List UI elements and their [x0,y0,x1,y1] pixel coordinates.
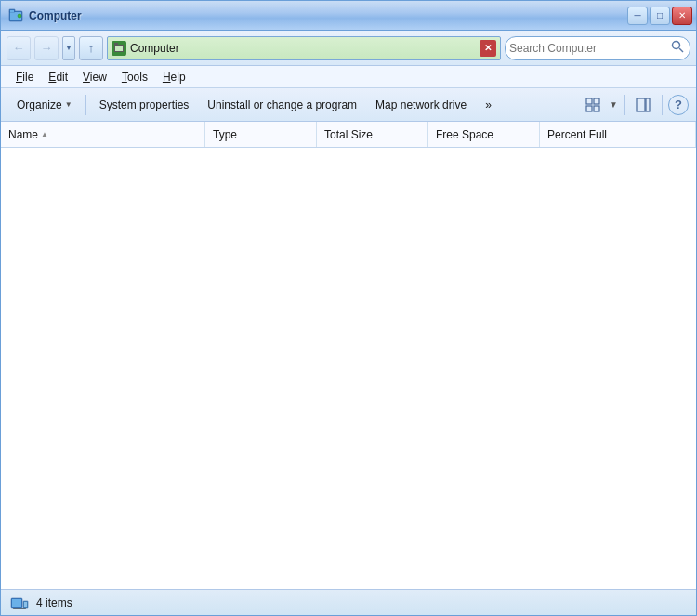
svg-rect-15 [646,98,650,111]
address-box: ✕ [107,36,501,60]
title-bar-left: Computer [8,8,82,23]
more-button[interactable]: » [477,92,500,118]
svg-line-9 [679,48,683,52]
title-text: Computer [29,9,82,22]
content-area[interactable] [1,148,696,589]
back-button[interactable]: ← [7,36,31,60]
toolbar-separator-1 [85,95,86,115]
system-properties-button[interactable]: System properties [91,92,198,118]
organize-button[interactable]: Organize ▼ [8,92,81,118]
menu-file[interactable]: File [8,69,41,85]
column-headers: Name ▲ Type Total Size Free Space Percen… [1,122,696,148]
maximize-button[interactable]: □ [650,7,670,25]
column-percent-full-header[interactable]: Percent Full [540,122,696,147]
svg-rect-3 [10,10,14,12]
status-items-count: 4 items [36,596,72,609]
svg-rect-6 [115,46,123,51]
svg-rect-12 [586,106,592,111]
menu-tools[interactable]: Tools [114,69,155,85]
svg-rect-14 [637,98,645,111]
search-box [505,36,690,60]
svg-rect-10 [586,98,592,104]
uninstall-button[interactable]: Uninstall or change a program [199,92,365,118]
close-button[interactable]: ✕ [672,7,692,25]
svg-rect-11 [594,98,599,104]
svg-point-8 [673,42,680,49]
svg-rect-17 [12,599,21,607]
menu-edit[interactable]: Edit [41,69,75,85]
column-total-size-header[interactable]: Total Size [317,122,428,147]
svg-rect-7 [114,43,118,45]
up-button[interactable]: ↑ [79,36,103,60]
forward-button[interactable]: → [34,36,59,60]
svg-rect-13 [594,106,599,111]
address-icon [112,41,126,56]
help-button[interactable]: ? [668,95,689,115]
svg-rect-20 [13,608,26,609]
menu-bar: File Edit View Tools Help [1,66,696,88]
name-sort-arrow: ▲ [41,130,48,138]
svg-rect-19 [24,602,27,607]
status-icon [10,594,29,612]
menu-view[interactable]: View [75,69,114,85]
toolbar-separator-2 [624,95,625,115]
map-network-button[interactable]: Map network drive [367,92,475,118]
minimize-button[interactable]: ─ [627,7,648,25]
toolbar: Organize ▼ System properties Uninstall o… [1,88,696,122]
main-window: Computer ─ □ ✕ ← → ▼ ↑ ✕ [0,0,697,616]
column-type-header[interactable]: Type [205,122,317,147]
address-clear-button[interactable]: ✕ [480,40,496,57]
preview-panel-button[interactable] [630,92,656,118]
svg-point-4 [18,14,21,18]
search-input[interactable] [509,42,669,55]
address-bar-row: ← → ▼ ↑ ✕ [1,31,696,66]
title-bar: Computer ─ □ ✕ [1,1,696,31]
organize-dropdown-arrow: ▼ [65,100,72,109]
view-grid-button[interactable] [580,92,606,118]
nav-dropdown-button[interactable]: ▼ [62,36,75,60]
column-free-space-header[interactable]: Free Space [428,122,540,147]
window-icon [8,8,23,23]
status-bar: 4 items [1,589,696,615]
toolbar-separator-3 [662,95,663,115]
address-input[interactable] [130,42,476,55]
toolbar-right: ▼ ? [580,92,689,118]
title-bar-controls: ─ □ ✕ [627,7,692,25]
view-dropdown-arrow[interactable]: ▼ [609,99,618,110]
menu-help[interactable]: Help [155,69,193,85]
search-button[interactable] [669,40,686,57]
column-name-header[interactable]: Name ▲ [1,122,205,147]
